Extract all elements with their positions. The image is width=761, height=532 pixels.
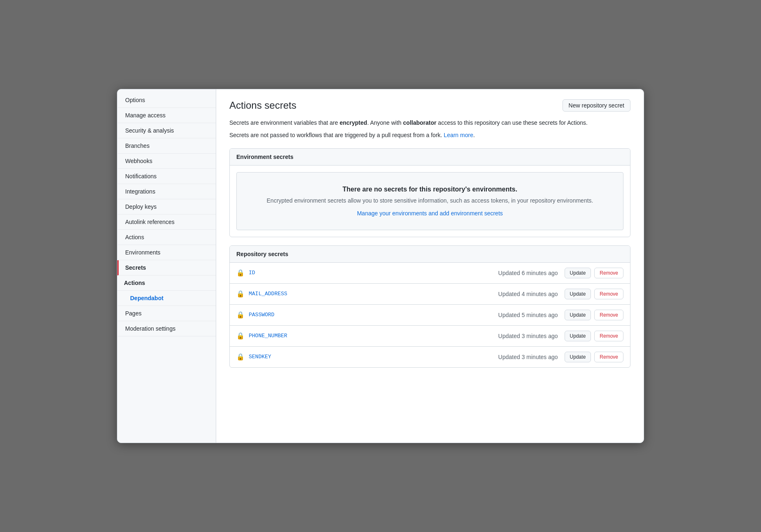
sidebar: Options Manage access Security & analysi… [117,89,216,443]
page-header: Actions secrets New repository secret [229,99,630,112]
description-1-mid: . Anyone with [367,119,403,126]
secret-row-password: 🔒 PASSWORD Updated 5 minutes ago Update … [230,305,630,326]
lock-icon-phone-number: 🔒 [236,332,245,340]
main-content: Actions secrets New repository secret Se… [216,89,644,443]
sidebar-item-deploy-keys[interactable]: Deploy keys [117,199,216,215]
sidebar-item-options[interactable]: Options [117,93,216,108]
sidebar-item-secrets[interactable]: Secrets [117,260,216,275]
sidebar-item-webhooks[interactable]: Webhooks [117,154,216,169]
remove-button-id[interactable]: Remove [594,268,623,278]
secret-name-phone-number: PHONE_NUMBER [249,333,498,339]
update-button-phone-number[interactable]: Update [565,331,591,341]
manage-environments-link[interactable]: Manage your environments and add environ… [357,210,503,217]
remove-button-password[interactable]: Remove [594,310,623,320]
secret-row-id: 🔒 ID Updated 6 minutes ago Update Remove [230,263,630,284]
update-button-password[interactable]: Update [565,310,591,320]
sidebar-item-actions[interactable]: Actions [117,230,216,245]
sidebar-item-integrations[interactable]: Integrations [117,184,216,199]
environment-secrets-section: Environment secrets There are no secrets… [229,148,630,237]
secret-name-password: PASSWORD [249,312,498,318]
new-repository-secret-button[interactable]: New repository secret [563,99,630,112]
page-title: Actions secrets [229,100,296,111]
secret-updated-id: Updated 6 minutes ago [498,270,558,276]
description-2: Secrets are not passed to workflows that… [229,131,630,140]
sidebar-item-environments[interactable]: Environments [117,245,216,260]
lock-icon-id: 🔒 [236,269,245,277]
sidebar-item-notifications[interactable]: Notifications [117,169,216,184]
update-button-mail-address[interactable]: Update [565,289,591,299]
description-1-text: Secrets are environment variables that a… [229,119,340,126]
repository-secrets-section: Repository secrets 🔒 ID Updated 6 minute… [229,245,630,368]
lock-icon-sendkey: 🔒 [236,353,245,361]
sidebar-item-branches[interactable]: Branches [117,138,216,154]
secret-name-sendkey: SENDKEY [249,354,498,360]
description-2-text: Secrets are not passed to workflows that… [229,132,444,138]
secret-name-mail-address: MAIL_ADDRESS [249,291,498,297]
secret-name-id: ID [249,270,498,276]
lock-icon-password: 🔒 [236,311,245,319]
env-secrets-empty-title: There are no secrets for this repository… [243,186,616,193]
remove-button-mail-address[interactable]: Remove [594,289,623,299]
app-window: Options Manage access Security & analysi… [117,89,644,443]
description-1-encrypted: encrypted [340,119,367,126]
sidebar-item-pages[interactable]: Pages [117,306,216,321]
sidebar-item-security-analysis[interactable]: Security & analysis [117,123,216,138]
secret-updated-mail-address: Updated 4 minutes ago [498,291,558,297]
description-1: Secrets are environment variables that a… [229,118,630,127]
description-1-end: access to this repository can use these … [437,119,588,126]
sidebar-item-moderation-settings[interactable]: Moderation settings [117,321,216,336]
description-1-collaborator: collaborator [403,119,437,126]
secret-row-mail-address: 🔒 MAIL_ADDRESS Updated 4 minutes ago Upd… [230,284,630,305]
secret-updated-phone-number: Updated 3 minutes ago [498,333,558,339]
secret-row-phone-number: 🔒 PHONE_NUMBER Updated 3 minutes ago Upd… [230,326,630,347]
env-secrets-empty-state: There are no secrets for this repository… [236,172,623,230]
remove-button-sendkey[interactable]: Remove [594,352,623,362]
secret-row-sendkey: 🔒 SENDKEY Updated 3 minutes ago Update R… [230,347,630,367]
secret-updated-password: Updated 5 minutes ago [498,312,558,318]
sidebar-section-actions: Actions [117,275,216,291]
update-button-sendkey[interactable]: Update [565,352,591,362]
sidebar-item-manage-access[interactable]: Manage access [117,108,216,123]
repo-secrets-header: Repository secrets [230,246,630,263]
secret-updated-sendkey: Updated 3 minutes ago [498,354,558,360]
env-secrets-header: Environment secrets [230,149,630,166]
sidebar-item-dependabot[interactable]: Dependabot [117,291,216,306]
remove-button-phone-number[interactable]: Remove [594,331,623,341]
lock-icon-mail-address: 🔒 [236,290,245,298]
update-button-id[interactable]: Update [565,268,591,278]
sidebar-item-autolink-references[interactable]: Autolink references [117,215,216,230]
env-secrets-empty-desc: Encrypted environment secrets allow you … [243,196,616,205]
learn-more-link[interactable]: Learn more [444,132,474,138]
